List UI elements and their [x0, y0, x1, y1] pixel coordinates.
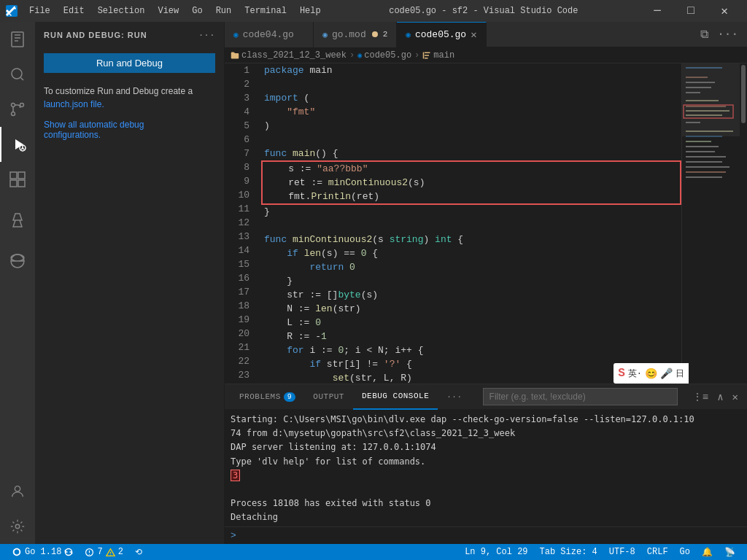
menu-file[interactable]: File — [23, 4, 56, 18]
sougou-mic-icon[interactable]: 🎤 — [660, 368, 673, 380]
tab-bar-actions: ⧉ ··· — [697, 25, 747, 44]
close-button[interactable]: ✕ — [708, 0, 741, 22]
status-language[interactable]: Go — [674, 544, 696, 560]
code-line-9: ret := minContinuous2(s) — [263, 176, 680, 190]
vscode-icon — [6, 5, 18, 17]
split-editor-icon[interactable]: ⧉ — [697, 25, 711, 44]
breadcrumb-file[interactable]: ◉ code05.go — [357, 50, 411, 61]
sidebar-header: RUN AND DEBUG: RUN ··· — [35, 22, 224, 47]
panel-close-icon[interactable]: ✕ — [729, 388, 741, 406]
tab-gomod[interactable]: ◉ go.mod 2 — [314, 22, 397, 47]
code-line-13: func minContinuous2(s string) int { — [261, 233, 681, 246]
sougou-text: 英· — [628, 368, 642, 380]
panel-filter-input[interactable] — [483, 388, 678, 405]
run-debug-activity-icon[interactable] — [0, 127, 35, 162]
tab-code05[interactable]: ◉ code05.go ✕ — [397, 22, 486, 47]
menu-edit[interactable]: Edit — [58, 4, 90, 18]
panel-tab-output-label: OUTPUT — [313, 392, 344, 401]
tab-code05-label: code05.go — [415, 29, 466, 40]
status-right: Ln 9, Col 29 Tab Size: 4 UTF-8 CRLF Go 🔔… — [459, 544, 741, 560]
code-line-5: ) — [261, 119, 681, 133]
breadcrumb-symbol[interactable]: main — [422, 50, 454, 61]
title-bar: File Edit Selection View Go Run Terminal… — [0, 0, 747, 22]
status-errors[interactable]: 7 2 — [79, 544, 128, 560]
debug-output-line-3: DAP server listening at: 127.0.0.1:1074 — [231, 440, 741, 454]
tab-code04-icon: ◉ — [233, 30, 239, 39]
panel-input-area: > — [225, 526, 747, 544]
maximize-button[interactable]: □ — [674, 0, 708, 22]
tab-code04-close[interactable]: ✕ — [298, 28, 304, 41]
breadcrumb-file-icon: ◉ — [357, 51, 362, 60]
code-line-4: "fmt" — [261, 105, 681, 119]
minimize-button[interactable]: ─ — [640, 0, 674, 22]
status-broadcast[interactable]: 📡 — [719, 544, 741, 560]
explorer-activity-icon[interactable] — [0, 22, 35, 57]
svg-rect-36 — [682, 63, 740, 136]
panel-word-wrap-icon[interactable]: ⋮≡ — [689, 388, 711, 406]
sidebar-menu-dots[interactable]: ··· — [198, 31, 215, 39]
sidebar-title: RUN AND DEBUG: RUN — [44, 31, 147, 39]
status-feedback[interactable]: ⟲ — [129, 544, 148, 560]
menu-selection[interactable]: Selection — [92, 4, 151, 18]
tab-gomod-label: go.mod — [332, 29, 366, 40]
panel-tab-output[interactable]: OUTPUT — [304, 384, 353, 410]
code-line-2 — [261, 77, 681, 91]
code-line-8: s := "aa??bbb" — [263, 162, 680, 176]
code-line-12 — [261, 219, 681, 233]
menu-terminal[interactable]: Terminal — [239, 4, 293, 18]
sougou-extra-icon[interactable]: 日 — [676, 368, 684, 380]
panel-debug-input[interactable] — [239, 531, 741, 541]
svg-rect-32 — [686, 161, 722, 163]
menu-help[interactable]: Help — [294, 4, 327, 18]
tab-code04[interactable]: ◉ code04.go ✕ — [225, 22, 314, 47]
panel-tab-debug-console[interactable]: DEBUG CONSOLE — [353, 384, 438, 410]
status-notifications[interactable]: 🔔 — [696, 544, 719, 560]
breadcrumb-folder[interactable]: class_2021_12_3_week — [231, 50, 347, 61]
code-line-10: fmt.Println(ret) — [263, 190, 680, 203]
svg-rect-8 — [18, 172, 25, 179]
menu-run[interactable]: Run — [210, 4, 238, 18]
search-activity-icon[interactable] — [0, 57, 35, 92]
settings-activity-icon[interactable] — [0, 509, 35, 544]
scrollbar-thumb[interactable] — [741, 65, 746, 123]
source-control-activity-icon[interactable] — [0, 92, 35, 127]
accounts-activity-icon[interactable] — [0, 474, 35, 509]
window-title: code05.go - sf2 - Visual Studio Code — [389, 6, 578, 16]
status-go-version[interactable]: Go 1.18 — [6, 544, 79, 560]
status-encoding[interactable]: UTF-8 — [603, 544, 641, 560]
panel-tab-more[interactable]: ··· — [438, 384, 471, 410]
menu-go[interactable]: Go — [186, 4, 208, 18]
line-numbers: 1 2 3 4 5 6 7 8 9 10 11 12 13 14 15 16 1 — [225, 63, 261, 384]
scrollbar[interactable] — [740, 63, 747, 384]
code-line-14: if len(s) == 0 { — [261, 246, 681, 260]
tab-size-label: Tab Size: 4 — [540, 547, 597, 557]
extensions-activity-icon[interactable] — [0, 162, 35, 197]
minimap-svg — [682, 63, 740, 384]
window-controls: ─ □ ✕ — [640, 0, 741, 22]
code-content[interactable]: package main import ( "fmt" ) func main(… — [261, 63, 681, 384]
panel-input-prompt: > — [231, 530, 236, 541]
status-tab-size[interactable]: Tab Size: 4 — [534, 544, 603, 560]
tab-bar: ◉ code04.go ✕ ◉ go.mod 2 ◉ code05.go ✕ ⧉… — [225, 22, 747, 47]
go-version-label: Go 1.18 — [25, 547, 61, 557]
panel-actions: ⋮≡ ∧ ✕ — [689, 388, 741, 406]
status-position[interactable]: Ln 9, Col 29 — [459, 544, 533, 560]
panel-minimize-icon[interactable]: ∧ — [714, 388, 726, 406]
notifications-icon: 🔔 — [702, 547, 713, 558]
testing-activity-icon[interactable] — [0, 203, 35, 238]
launch-json-link[interactable]: launch.json file. — [44, 99, 104, 109]
panel-filter-container — [471, 388, 689, 405]
remote-activity-icon[interactable] — [0, 244, 35, 279]
panel-tab-more-label: ··· — [446, 392, 462, 401]
svg-rect-30 — [686, 151, 715, 152]
tab-code05-close[interactable]: ✕ — [471, 28, 476, 41]
tab-code04-label: code04.go — [243, 29, 294, 40]
menu-view[interactable]: View — [152, 4, 185, 18]
panel-tab-problems[interactable]: PROBLEMS 9 — [231, 384, 304, 410]
more-actions-icon[interactable]: ··· — [714, 25, 741, 44]
show-debug-link[interactable]: Show all automatic debug configurations. — [35, 117, 224, 143]
status-line-ending[interactable]: CRLF — [641, 544, 674, 560]
run-and-debug-button[interactable]: Run and Debug — [44, 53, 215, 73]
svg-rect-34 — [686, 171, 726, 173]
sougou-smile-icon[interactable]: 😊 — [645, 368, 657, 380]
